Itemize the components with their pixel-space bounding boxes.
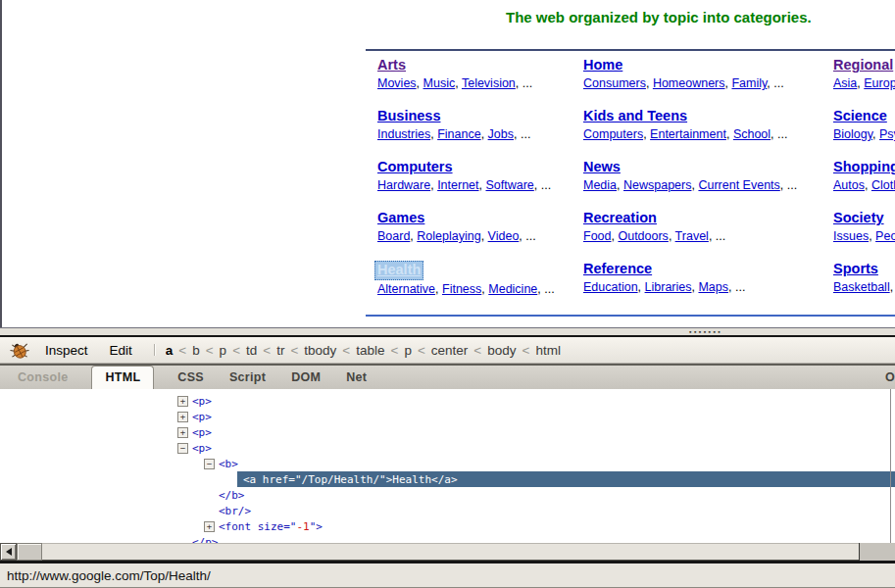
tab-net[interactable]: Net [344, 367, 369, 389]
options-menu-button[interactable]: Options [885, 370, 895, 384]
subcategory-link-jobs[interactable]: Jobs [488, 127, 514, 141]
subcategory-link-computers[interactable]: Computers [583, 127, 643, 141]
subcategory-link-internet[interactable]: Internet [437, 178, 478, 192]
category-link-reference[interactable]: Reference [583, 261, 652, 278]
category-link-society[interactable]: Society [833, 210, 884, 227]
breadcrumb-item-tr[interactable]: tr [276, 343, 284, 358]
subcategory-link-homeowners[interactable]: Homeowners [653, 76, 725, 90]
subcategory-link-finance[interactable]: Finance [437, 127, 480, 141]
subcategory-link-current-events[interactable]: Current Events [698, 178, 779, 192]
subcategory-link-psychology[interactable]: Psychology [879, 127, 895, 141]
category-link-games[interactable]: Games [377, 210, 424, 227]
subcategory-link-libraries[interactable]: Libraries [645, 280, 692, 294]
category-link-regional[interactable]: Regional [833, 57, 893, 74]
subcategory-link-fitness[interactable]: Fitness [442, 282, 481, 296]
subcategory-link-europe[interactable]: Europe [864, 76, 895, 90]
category-link-sports[interactable]: Sports [833, 261, 878, 278]
category-link-recreation[interactable]: Recreation [583, 210, 657, 227]
subcategory-link-medicine[interactable]: Medicine [488, 282, 537, 296]
tree-node-row[interactable]: +<p> [177, 393, 895, 409]
firebug-logo-icon[interactable] [8, 341, 31, 360]
subcategory-link-education[interactable]: Education [583, 280, 638, 294]
subcategory-link-industries[interactable]: Industries [377, 127, 430, 141]
tab-css[interactable]: CSS [175, 367, 206, 389]
subcategory-link-newspapers[interactable]: Newspapers [623, 178, 691, 192]
subcategory-link-people[interactable]: People [875, 229, 895, 243]
firebug-tabbar: ConsoleHTMLCSSScriptDOMNet Options [0, 364, 895, 389]
expand-toggle[interactable]: + [177, 396, 188, 407]
breadcrumb-item-tbody[interactable]: tbody [304, 343, 336, 358]
breadcrumb-item-p[interactable]: p [404, 343, 412, 358]
scrollbar-thumb[interactable] [17, 543, 42, 561]
subcategory-link-basketball[interactable]: Basketball [833, 280, 890, 294]
tab-dom[interactable]: DOM [289, 367, 323, 389]
subcategory-link-board[interactable]: Board [377, 229, 410, 243]
subcategory-link-family[interactable]: Family [731, 76, 767, 90]
subcategory-link-food[interactable]: Food [583, 229, 612, 243]
breadcrumb-item-table[interactable]: table [356, 343, 384, 358]
subcategory-link-media[interactable]: Media [583, 178, 617, 192]
subcategory-link-roleplaying[interactable]: Roleplaying [417, 229, 480, 243]
scroll-left-button[interactable] [0, 543, 17, 561]
subcategory-link-outdoors[interactable]: Outdoors [618, 229, 668, 243]
breadcrumb-item-body[interactable]: body [487, 343, 516, 358]
edit-button[interactable]: Edit [110, 343, 132, 358]
category-link-shopping[interactable]: Shopping [833, 159, 895, 176]
subcategory-link-software[interactable]: Software [485, 178, 533, 192]
subcategory-link-school[interactable]: School [733, 127, 771, 141]
tree-node-row[interactable]: </p> [177, 534, 895, 543]
subcategory-link-travel[interactable]: Travel [675, 229, 709, 243]
tab-script[interactable]: Script [227, 367, 268, 389]
category-block: ArtsMovies, Music, Television, ... [377, 57, 583, 91]
inspect-button[interactable]: Inspect [45, 343, 88, 358]
tree-node-row[interactable]: <br/> [204, 503, 895, 518]
breadcrumb-item-a[interactable]: a [166, 343, 174, 358]
breadcrumb-item-b[interactable]: b [192, 343, 200, 358]
tree-node-row[interactable]: +<p> [177, 409, 895, 424]
expand-toggle[interactable]: − [177, 443, 188, 454]
tree-node-text: <font size=" [219, 520, 296, 533]
category-link-health[interactable]: Health [374, 261, 423, 280]
subcategory-link-clothing[interactable]: Clothing [871, 178, 895, 192]
subcategory-link-biology[interactable]: Biology [833, 127, 872, 141]
subcategory-link-hardware[interactable]: Hardware [377, 178, 430, 192]
category-link-news[interactable]: News [583, 159, 621, 176]
tree-node-row[interactable]: <a href="/Top/Health/">Health</a> [237, 471, 895, 487]
category-link-arts[interactable]: Arts [377, 57, 406, 74]
subcategory-link-maps[interactable]: Maps [698, 280, 728, 294]
expand-toggle[interactable]: + [177, 427, 188, 438]
subcategory-link-asia[interactable]: Asia [833, 76, 857, 90]
subcategory-link-movies[interactable]: Movies [377, 76, 417, 90]
tree-node-row[interactable]: −<p> [177, 440, 895, 456]
scrollbar-track[interactable] [42, 543, 859, 561]
subcategory-link-issues[interactable]: Issues [833, 229, 869, 243]
subcategory-link-autos[interactable]: Autos [833, 178, 865, 192]
tree-node-row[interactable]: −<b> [204, 456, 895, 471]
breadcrumb-item-td[interactable]: td [246, 343, 257, 358]
subcategory-link-alternative[interactable]: Alternative [377, 282, 435, 296]
category-link-computers[interactable]: Computers [377, 159, 453, 176]
subcategory-link-television[interactable]: Television [462, 76, 516, 90]
expand-toggle[interactable]: + [177, 412, 188, 422]
subcategory-separator: , [481, 229, 488, 243]
subcategory-link-music[interactable]: Music [423, 76, 456, 90]
tree-node-row[interactable]: +<p> [177, 424, 895, 440]
tree-node-row[interactable]: +<font size="-1"> [204, 518, 895, 534]
breadcrumb-item-html[interactable]: html [535, 343, 561, 358]
firebug-resize-splitter[interactable]: ▪▪▪▪▪▪▪ [0, 327, 895, 335]
tab-html[interactable]: HTML [91, 366, 154, 389]
horizontal-scrollbar[interactable] [0, 543, 895, 561]
tab-console[interactable]: Console [16, 367, 70, 389]
category-link-business[interactable]: Business [377, 108, 440, 125]
tree-node-row[interactable]: </b> [204, 487, 895, 503]
subcategory-link-video[interactable]: Video [488, 229, 520, 243]
breadcrumb-item-p[interactable]: p [220, 343, 227, 358]
expand-toggle[interactable]: − [204, 459, 215, 469]
subcategory-link-entertainment[interactable]: Entertainment [650, 127, 726, 141]
category-link-science[interactable]: Science [833, 108, 887, 125]
subcategory-link-consumers[interactable]: Consumers [583, 76, 646, 90]
category-link-kids-and-teens[interactable]: Kids and Teens [583, 108, 687, 125]
expand-toggle[interactable]: + [204, 521, 215, 532]
category-link-home[interactable]: Home [583, 57, 622, 74]
breadcrumb-item-center[interactable]: center [431, 343, 469, 358]
